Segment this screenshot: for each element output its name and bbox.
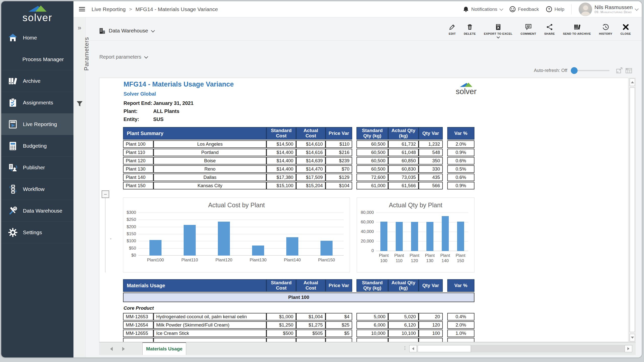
bar bbox=[380, 222, 387, 251]
vertical-scroll-thumb[interactable] bbox=[630, 88, 635, 332]
x-tick-label: Plant 110 bbox=[392, 253, 407, 264]
sidebar-item-process-manager[interactable]: Process Manager bbox=[1, 49, 73, 70]
cell-price-var: $239 bbox=[326, 157, 352, 165]
table-row-partial bbox=[123, 338, 474, 342]
edit-button[interactable]: EDIT bbox=[446, 23, 459, 36]
scroll-left-button[interactable] bbox=[409, 345, 417, 352]
auto-refresh-slider[interactable] bbox=[572, 70, 610, 71]
bar-slot bbox=[391, 213, 407, 251]
sidebar-item-home[interactable]: Home bbox=[1, 27, 73, 49]
cell-act-qty: 60,830 bbox=[388, 165, 419, 173]
workflow-icon bbox=[8, 185, 17, 194]
outline-collapse-button[interactable]: – bbox=[102, 190, 109, 198]
export-to-excel-button[interactable]: EXPORT TO EXCEL bbox=[480, 23, 516, 38]
bar-slot bbox=[138, 213, 173, 256]
cell-std-cost: $17,380 bbox=[266, 174, 296, 181]
bar-slot bbox=[173, 213, 207, 256]
y-tick-label: 20,000 bbox=[361, 239, 374, 244]
sidebar-item-live-reporting[interactable]: Live Reporting bbox=[1, 113, 73, 135]
cell-std-cost: $14,400 bbox=[266, 157, 296, 165]
share-button[interactable]: SHARE bbox=[541, 23, 558, 36]
menu-toggle-icon[interactable] bbox=[79, 6, 85, 12]
cell-act-cost: $14,470 bbox=[296, 165, 326, 173]
history-button[interactable]: HISTORY bbox=[596, 23, 616, 36]
scroll-down-button[interactable] bbox=[630, 334, 635, 341]
splitter-handle[interactable] bbox=[405, 345, 406, 351]
triangle-right-icon bbox=[627, 347, 629, 350]
cell-code: Plant 120 bbox=[123, 157, 153, 165]
report-logo-text: solver bbox=[451, 88, 481, 95]
cell-act-qty: 61,732 bbox=[388, 140, 419, 148]
bar-slot bbox=[437, 213, 453, 251]
user-name: Nils Rasmussen bbox=[594, 4, 633, 10]
y-tick-label: $250 bbox=[127, 217, 136, 222]
parameters-panel-collapsed: » Parameters bbox=[73, 17, 86, 357]
triangle-down-icon bbox=[631, 337, 634, 339]
cell-price-var: $5 bbox=[326, 330, 352, 337]
y-tick-label: $150 bbox=[127, 231, 136, 236]
cell-gap bbox=[443, 157, 447, 165]
horizontal-scroll-track[interactable] bbox=[471, 345, 625, 352]
bar-slot bbox=[275, 213, 309, 256]
sidebar-item-label: Workflow bbox=[23, 186, 45, 192]
sidebar-item-label: Budgeting bbox=[23, 143, 47, 149]
send-to-archive-button[interactable]: SEND TO ARCHIVE bbox=[560, 23, 594, 36]
scroll-right-button[interactable] bbox=[625, 345, 632, 352]
cell-std-cost: $14,500 bbox=[266, 140, 296, 148]
cell-qty-var: 20 bbox=[419, 313, 443, 320]
tab-scroll-right-icon[interactable] bbox=[122, 347, 125, 351]
vertical-scrollbar[interactable] bbox=[629, 78, 635, 342]
sidebar-item-settings[interactable]: Settings bbox=[1, 222, 73, 243]
report-parameters-toggle[interactable]: Report parameters bbox=[99, 54, 147, 60]
sidebar-item-archive[interactable]: Archive bbox=[1, 70, 73, 92]
cell-code: MM-12653 bbox=[123, 313, 153, 320]
cell-act-qty: 6,120 bbox=[388, 321, 419, 329]
tab-scroll-left-icon[interactable] bbox=[110, 347, 113, 351]
cell-gap bbox=[443, 321, 447, 329]
sidebar-item-workflow[interactable]: Workflow bbox=[1, 178, 73, 200]
filter-funnel-icon[interactable] bbox=[76, 100, 83, 107]
notifications-button[interactable]: Notifications bbox=[463, 6, 502, 13]
sidebar-item-publisher[interactable]: Publisher bbox=[1, 157, 73, 178]
delete-button[interactable]: DELETE bbox=[461, 23, 479, 36]
help-button[interactable]: ? Help bbox=[546, 6, 564, 12]
report-company[interactable]: Solver Global bbox=[124, 91, 156, 97]
app-logo: solver bbox=[1, 1, 73, 25]
history-clock-icon bbox=[602, 24, 609, 30]
building-icon bbox=[99, 27, 106, 34]
cell-code: Plant 100 bbox=[123, 140, 153, 148]
topbar: Live Reporting > MFG14 - Materials Usage… bbox=[73, 1, 642, 17]
bar-slot bbox=[453, 213, 468, 251]
report-logo: solver bbox=[451, 82, 481, 95]
cell-std-qty: 60,500 bbox=[356, 149, 388, 156]
plant-summary-rows: Plant 100Los Angeles$14,500$14,610$11060… bbox=[123, 140, 474, 189]
tab-materials-usage[interactable]: Materials Usage bbox=[142, 342, 186, 355]
data-source-select[interactable]: Data Warehouse bbox=[99, 27, 154, 34]
bar-slot bbox=[376, 213, 391, 251]
horizontal-scrollbar[interactable] bbox=[409, 345, 632, 352]
chart-bars bbox=[376, 213, 468, 251]
x-tick-label: Plant140 bbox=[284, 257, 301, 263]
grid-view-icon[interactable] bbox=[625, 67, 632, 74]
cell-std-qty: 60,500 bbox=[356, 157, 388, 165]
sidebar-item-assignments[interactable]: Assignments bbox=[1, 92, 73, 113]
feedback-button[interactable]: Feedback bbox=[509, 6, 539, 12]
user-menu[interactable]: Nils Rasmussen 09. Manufacturing Demo bbox=[579, 3, 638, 16]
cell-std-qty: 60,500 bbox=[356, 165, 388, 173]
cell-code: Plant 150 bbox=[123, 182, 153, 189]
scroll-up-button[interactable] bbox=[630, 78, 635, 86]
expand-parameters-button[interactable]: » bbox=[73, 24, 86, 32]
popout-edit-icon[interactable] bbox=[616, 67, 623, 74]
sidebar-item-data-warehouse[interactable]: Data Warehouse bbox=[1, 200, 73, 222]
bar bbox=[411, 222, 418, 251]
sidebar-item-budgeting[interactable]: Budgeting bbox=[1, 135, 73, 157]
publisher-icon bbox=[8, 163, 17, 172]
breadcrumb-section[interactable]: Live Reporting bbox=[92, 6, 126, 12]
cell-code: MM-12655 bbox=[123, 330, 153, 337]
slider-knob[interactable] bbox=[571, 67, 578, 74]
close-button[interactable]: CLOSE bbox=[617, 23, 634, 36]
auto-refresh-control: Auto-refresh: Off bbox=[534, 67, 632, 74]
comment-button[interactable]: COMMENT bbox=[517, 23, 539, 36]
bar bbox=[149, 240, 162, 256]
horizontal-scroll-thumb[interactable] bbox=[418, 345, 471, 352]
